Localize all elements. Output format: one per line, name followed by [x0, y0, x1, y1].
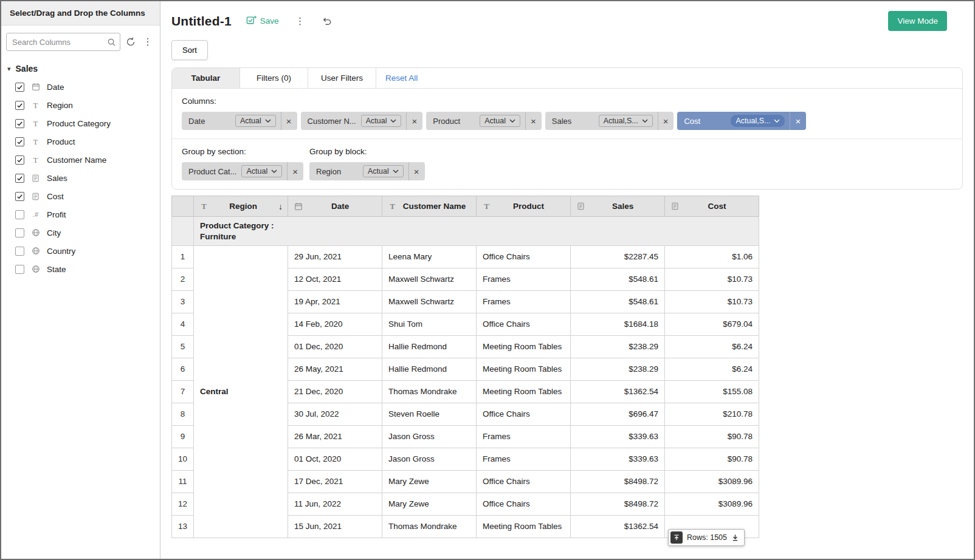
field-label: Profit — [47, 210, 66, 219]
undo-icon[interactable] — [322, 16, 332, 26]
chip-remove-icon[interactable]: × — [658, 112, 674, 130]
chip-aggregation-dropdown[interactable]: Actual — [363, 165, 404, 177]
sort-button[interactable]: Sort — [171, 40, 208, 60]
chip-remove-icon[interactable]: × — [287, 162, 303, 180]
chip-remove-icon[interactable]: × — [525, 112, 542, 130]
field-item-country[interactable]: Country — [15, 242, 154, 260]
row-number-cell: 9 — [172, 426, 194, 448]
column-header-customer-name[interactable]: T Customer Name — [382, 196, 477, 217]
column-header-sales[interactable]: Sales — [571, 196, 665, 217]
cost-cell: $210.78 — [665, 403, 759, 426]
field-item-cost[interactable]: Cost — [15, 187, 154, 205]
sort-descending-icon[interactable]: ↓ — [277, 202, 283, 211]
number-type-icon — [576, 202, 586, 210]
column-chip-product-cat[interactable]: Product Cat...Actual× — [182, 162, 303, 180]
reset-all-link[interactable]: Reset All — [385, 73, 418, 83]
field-item-product-category[interactable]: TProduct Category — [15, 114, 154, 132]
jump-to-top-icon[interactable] — [670, 531, 683, 544]
customer-cell: Hallie Redmond — [382, 336, 477, 358]
tab-user-filters[interactable]: User Filters — [308, 68, 376, 88]
sales-cell: $339.63 — [571, 426, 665, 448]
jump-to-bottom-icon[interactable] — [731, 534, 739, 542]
chip-aggregation-dropdown[interactable]: Actual,S... — [599, 115, 653, 127]
search-input[interactable] — [6, 33, 120, 51]
field-label: Country — [47, 247, 75, 256]
tree-root-sales[interactable]: ▾ Sales — [7, 60, 154, 78]
row-number-cell: 6 — [172, 358, 194, 381]
field-checkbox[interactable] — [15, 83, 24, 92]
sidebar-more-options-icon[interactable]: ⋮ — [141, 37, 154, 47]
column-chip-product[interactable]: ProductActual× — [426, 112, 542, 130]
chip-remove-icon[interactable]: × — [281, 112, 297, 130]
sort-row: Sort — [171, 40, 963, 60]
field-checkbox[interactable] — [15, 137, 24, 146]
field-checkbox[interactable] — [15, 192, 24, 201]
tab-filters[interactable]: Filters (0) — [240, 68, 308, 88]
column-header-product[interactable]: T Product — [477, 196, 571, 217]
customer-cell: Thomas Mondrake — [382, 381, 477, 403]
save-button[interactable]: Save — [246, 15, 279, 27]
field-item-region[interactable]: TRegion — [15, 96, 154, 114]
column-header-date[interactable]: Date — [288, 196, 382, 217]
column-header-cost[interactable]: Cost — [665, 196, 759, 217]
chip-aggregation-dropdown[interactable]: Actual — [361, 115, 402, 127]
field-item-city[interactable]: City — [15, 224, 154, 242]
field-item-customer-name[interactable]: TCustomer Name — [15, 151, 154, 169]
refresh-icon[interactable] — [126, 37, 136, 47]
chip-remove-icon[interactable]: × — [408, 162, 425, 180]
field-item-product[interactable]: TProduct — [15, 132, 154, 151]
chip-remove-icon[interactable]: × — [790, 112, 806, 130]
sales-cell: $696.47 — [571, 403, 665, 426]
sales-cell: $1684.18 — [571, 313, 665, 336]
chip-aggregation-dropdown[interactable]: Actual — [480, 115, 520, 127]
search-icon[interactable] — [107, 38, 116, 49]
table-row[interactable]: 1Central29 Jun, 2021Leena MaryOffice Cha… — [172, 246, 759, 268]
field-checkbox[interactable] — [15, 101, 24, 110]
date-cell: 17 Dec, 2021 — [288, 471, 382, 493]
chevron-down-icon — [642, 119, 648, 123]
product-cell: Frames — [477, 426, 571, 448]
chip-aggregation-dropdown[interactable]: Actual — [235, 115, 276, 127]
view-mode-button[interactable]: View Mode — [888, 11, 947, 31]
column-chip-sales[interactable]: SalesActual,S...× — [545, 112, 674, 130]
product-cell: Office Chairs — [477, 246, 571, 268]
cost-cell: $90.78 — [665, 426, 759, 448]
sales-cell: $238.29 — [571, 336, 665, 358]
field-checkbox[interactable] — [15, 119, 24, 128]
rows-count-widget[interactable]: Rows: 1505 — [668, 529, 745, 546]
column-chip-cost[interactable]: CostActual,S...× — [677, 112, 806, 130]
row-number-cell: 5 — [172, 336, 194, 358]
column-header-region[interactable]: T Region ↓ — [194, 196, 288, 217]
table-header-row: T Region ↓ Date — [172, 196, 759, 217]
field-checkbox[interactable] — [15, 228, 24, 237]
globe-icon — [30, 247, 41, 255]
column-chip-region[interactable]: RegionActual× — [309, 162, 425, 180]
field-checkbox[interactable] — [15, 155, 24, 165]
field-checkbox[interactable] — [15, 210, 24, 219]
column-chip-date[interactable]: DateActual× — [182, 112, 297, 130]
field-checkbox[interactable] — [15, 174, 24, 183]
cost-cell: $3089.96 — [665, 471, 759, 493]
field-item-date[interactable]: Date — [15, 78, 154, 96]
date-cell: 15 Jun, 2021 — [288, 516, 382, 538]
customer-cell: Jason Gross — [382, 448, 477, 471]
chip-aggregation-dropdown[interactable]: Actual — [241, 165, 282, 177]
column-chip-customer-n[interactable]: Customer N...Actual× — [301, 112, 423, 130]
chip-remove-icon[interactable]: × — [406, 112, 422, 130]
date-cell: 01 Oct, 2020 — [288, 448, 382, 471]
row-number-cell: 13 — [172, 516, 194, 538]
customer-cell: Mary Zewe — [382, 493, 477, 516]
customer-cell: Shui Tom — [382, 313, 477, 336]
tab-tabular[interactable]: Tabular — [172, 68, 240, 88]
report-more-options-icon[interactable]: ⋮ — [294, 16, 307, 26]
chip-aggregation-dropdown[interactable]: Actual,S... — [731, 115, 785, 127]
field-item-sales[interactable]: Sales — [15, 169, 154, 187]
field-label: Product — [47, 137, 75, 146]
field-checkbox[interactable] — [15, 247, 24, 256]
field-item-state[interactable]: State — [15, 260, 154, 278]
field-checkbox[interactable] — [15, 265, 24, 274]
field-item-profit[interactable]: .#Profit — [15, 205, 154, 224]
chevron-down-icon — [509, 119, 515, 123]
main-area: Untitled-1 Save ⋮ View Mode Sort Tabular… — [160, 1, 974, 559]
field-label: State — [47, 265, 66, 274]
